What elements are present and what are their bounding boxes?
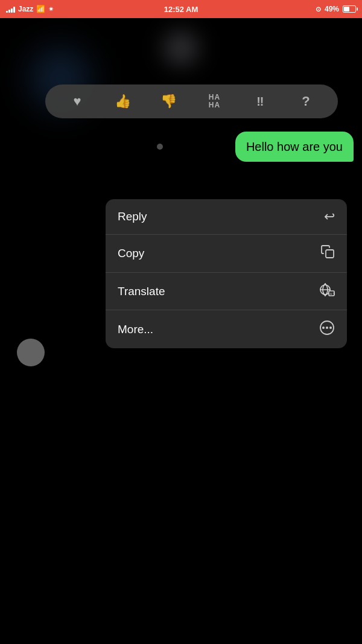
heart-reaction[interactable]: ♥ xyxy=(66,91,88,112)
copy-label: Copy xyxy=(118,247,144,260)
signal-bar-3 xyxy=(11,8,13,13)
exclamation-icon: ‼ xyxy=(256,95,264,109)
status-left: Jazz 📶 ✴ xyxy=(6,5,54,13)
haha-reaction[interactable]: HAHA xyxy=(203,91,225,112)
thumbsup-reaction[interactable]: 👍 xyxy=(112,91,134,112)
context-menu: Reply ↩ Copy Translate A文 More... xyxy=(106,199,347,348)
status-bar: Jazz 📶 ✴ 12:52 AM ⊙ 49% xyxy=(0,0,362,18)
message-text: Hello how are you xyxy=(246,140,343,153)
reply-menu-item[interactable]: Reply ↩ xyxy=(106,199,347,235)
translate-menu-item[interactable]: Translate A文 xyxy=(106,273,347,310)
thumbsdown-icon: 👎 xyxy=(160,94,177,109)
thumbsup-icon: 👍 xyxy=(115,94,131,109)
message-bubble: Hello how are you xyxy=(235,132,354,162)
carrier-label: Jazz xyxy=(18,5,33,13)
svg-point-7 xyxy=(329,327,332,329)
svg-text:A文: A文 xyxy=(330,292,335,296)
svg-rect-0 xyxy=(326,250,334,258)
thumbsdown-reaction[interactable]: 👎 xyxy=(158,91,180,112)
exclamation-reaction[interactable]: ‼ xyxy=(249,91,271,112)
haha-icon: HAHA xyxy=(209,94,220,109)
translate-label: Translate xyxy=(118,285,165,298)
question-reaction[interactable]: ? xyxy=(295,91,317,112)
more-label: More... xyxy=(118,323,153,336)
reaction-bar: ♥ 👍 👎 HAHA ‼ ? xyxy=(45,84,338,118)
location-icon: ✴ xyxy=(48,5,54,13)
signal-bar-2 xyxy=(8,10,10,13)
signal-bar-4 xyxy=(13,7,15,13)
signal-bars xyxy=(6,5,15,13)
record-icon: ⊙ xyxy=(316,5,321,13)
more-menu-item[interactable]: More... xyxy=(106,310,347,348)
reply-label: Reply xyxy=(118,210,147,223)
battery-percent: 49% xyxy=(325,5,339,13)
copy-icon xyxy=(320,244,335,263)
translate-icon: A文 xyxy=(319,282,335,300)
more-icon xyxy=(319,320,335,339)
copy-menu-item[interactable]: Copy xyxy=(106,235,347,273)
svg-point-5 xyxy=(322,327,325,329)
back-button[interactable] xyxy=(17,339,45,366)
status-time: 12:52 AM xyxy=(164,5,198,14)
bg-blur-center xyxy=(151,24,211,72)
svg-point-6 xyxy=(326,327,328,329)
wifi-icon: 📶 xyxy=(36,5,45,13)
heart-icon: ♥ xyxy=(73,94,81,109)
signal-bar-1 xyxy=(6,11,8,13)
indicator-dot xyxy=(157,144,163,150)
reply-icon: ↩ xyxy=(324,209,335,225)
status-right: ⊙ 49% xyxy=(316,5,356,13)
battery-icon xyxy=(343,5,356,13)
question-icon: ? xyxy=(302,94,310,109)
battery-fill xyxy=(344,7,349,11)
